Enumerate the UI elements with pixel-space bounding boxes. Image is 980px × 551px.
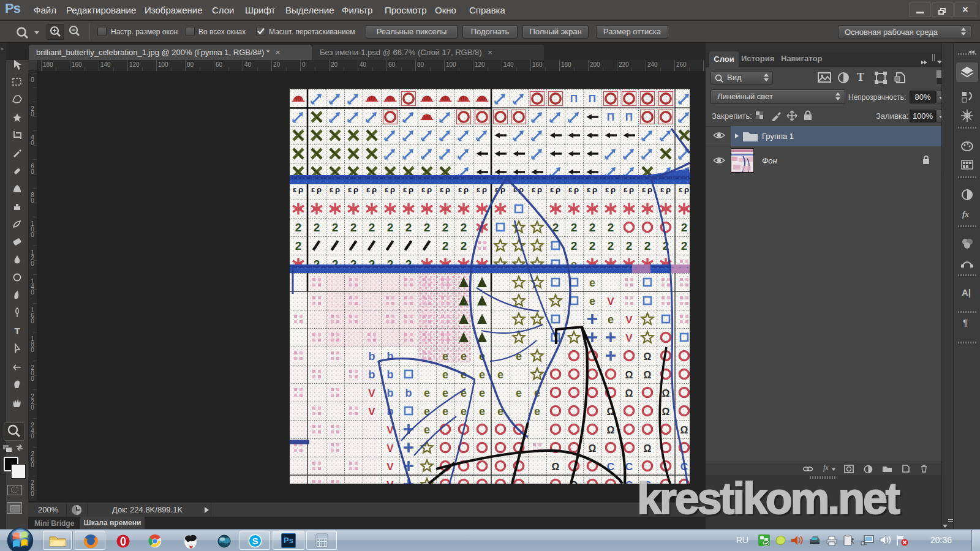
svg-text:fx: fx bbox=[962, 209, 969, 219]
svg-text:T: T bbox=[14, 326, 20, 336]
svg-text:S: S bbox=[252, 536, 258, 546]
svg-text:¶: ¶ bbox=[963, 317, 968, 328]
svg-text:A|: A| bbox=[962, 287, 971, 298]
